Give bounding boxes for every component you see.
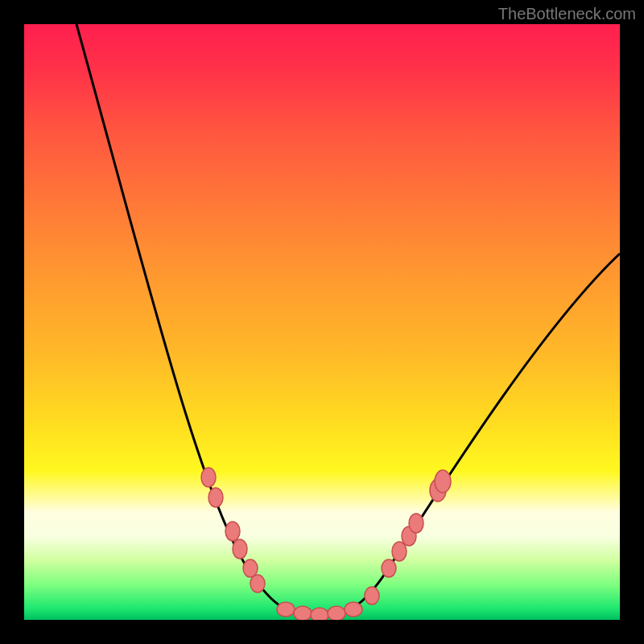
data-marker — [382, 559, 396, 577]
data-marker — [345, 602, 362, 617]
data-marker — [250, 575, 265, 592]
data-marker — [435, 470, 451, 493]
data-marker — [392, 542, 407, 561]
watermark: TheBottleneck.com — [498, 5, 636, 23]
data-marker — [208, 488, 223, 507]
data-marker — [225, 522, 240, 541]
data-marker — [365, 587, 379, 605]
curve-layer — [76, 24, 620, 616]
main-curve — [76, 24, 620, 616]
data-marker — [409, 514, 423, 533]
data-marker — [294, 606, 312, 620]
marker-layer — [201, 468, 451, 620]
data-marker — [328, 606, 345, 620]
data-marker — [233, 539, 247, 559]
data-marker — [311, 608, 328, 620]
chart-area — [24, 24, 620, 620]
data-marker — [277, 602, 295, 617]
chart-svg — [24, 24, 620, 620]
data-marker — [201, 468, 216, 487]
